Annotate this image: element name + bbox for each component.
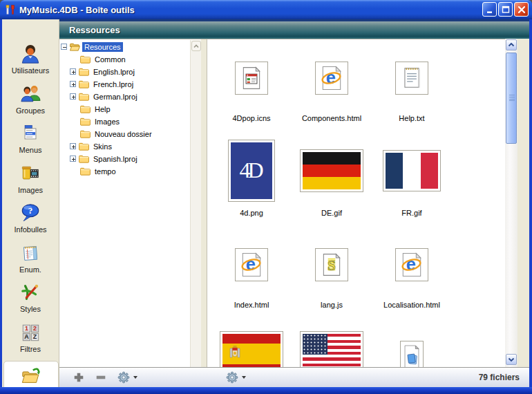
tree-item-english-lproj[interactable]: English.lproj: [70, 66, 137, 77]
file-item-help-txt[interactable]: Help.txt: [372, 62, 452, 122]
close-button[interactable]: [514, 2, 529, 17]
window-title: MyMusic.4DB - Boîte outils: [19, 5, 135, 15]
sidebar-item-styles[interactable]: Styles: [2, 282, 59, 313]
bottom-toolbar: 79 fichiers: [59, 367, 529, 387]
options-menu-button[interactable]: [226, 371, 246, 384]
file-item-spanish-flag[interactable]: [211, 330, 292, 367]
open-folder-arrow-icon: [21, 366, 41, 386]
tree-item-common[interactable]: Common: [70, 53, 128, 65]
tree-item-spanish-lproj[interactable]: Spanish.lproj: [70, 153, 140, 165]
menu-list-icon: [20, 123, 41, 144]
file-item-document[interactable]: [372, 330, 452, 367]
minimize-button[interactable]: [482, 2, 497, 17]
folder-icon: [80, 104, 91, 113]
filter-grid-icon: 1 2 A Z: [20, 322, 41, 343]
maximize-button[interactable]: [498, 2, 513, 17]
folder-icon: [79, 154, 89, 163]
file-item-de-gif[interactable]: DE.gif: [292, 138, 372, 217]
open-folder-icon: [70, 42, 80, 51]
file-thumbnail: [395, 248, 428, 281]
scrollbar-thumb[interactable]: [506, 53, 517, 144]
add-button[interactable]: [73, 372, 84, 383]
file-item-localisation-html[interactable]: Localisation.html: [372, 248, 452, 309]
file-grid: 4Dpop.icns Components.html Help.txt 4D: [207, 39, 505, 367]
file-item-lang-js[interactable]: lang.js: [292, 248, 372, 309]
sidebar-item-infobulles[interactable]: ? Infobulles: [2, 203, 59, 234]
file-count: 79 fichiers: [479, 373, 529, 382]
tree-item-label[interactable]: Resources: [82, 42, 123, 52]
grid-scrollbar[interactable]: [505, 39, 517, 367]
sidebar-item-images[interactable]: Images: [2, 163, 59, 194]
tree-item-label[interactable]: Common: [93, 55, 128, 64]
sidebar-item-utilisateurs[interactable]: Utilisateurs: [2, 44, 59, 75]
tree-item-tempo[interactable]: tempo: [70, 165, 118, 177]
file-item-4d-png[interactable]: 4D 4d.png: [211, 138, 292, 217]
sidebar-item-menus[interactable]: Menus: [2, 123, 59, 154]
expand-icon[interactable]: [70, 81, 76, 87]
tree-item-images[interactable]: Images: [70, 115, 122, 127]
sidebar-item-filtres[interactable]: 1 2 A Z Filtres: [2, 322, 59, 353]
expand-icon[interactable]: [70, 143, 76, 149]
notepad-icon: [20, 243, 41, 263]
folder-tree: Resources Common English.lproj French.lp…: [59, 39, 207, 367]
title-bar[interactable]: MyMusic.4DB - Boîte outils: [0, 0, 532, 19]
file-thumbnail: [220, 331, 283, 367]
file-item-components-html[interactable]: Components.html: [292, 62, 372, 122]
svg-text:A: A: [24, 333, 29, 340]
tree-item-label[interactable]: French.lproj: [91, 79, 135, 89]
sidebar-item-enum[interactable]: Enum.: [2, 243, 59, 274]
sidebar-item-groupes[interactable]: Groupes: [2, 84, 59, 115]
help-balloon-icon: ?: [20, 203, 41, 223]
file-name: FR.gif: [401, 209, 421, 217]
french-flag-image: [386, 153, 438, 189]
expand-icon[interactable]: [70, 68, 76, 75]
expand-icon[interactable]: [70, 156, 76, 162]
tree-scrollbar[interactable]: [190, 40, 201, 367]
file-thumbnail: [395, 62, 428, 95]
file-item-4dpop-icns[interactable]: 4Dpop.icns: [211, 62, 292, 122]
user-icon: [20, 44, 41, 64]
sidebar: Utilisateurs Groupes Menus: [2, 19, 59, 387]
folder-icon: [80, 167, 91, 176]
scroll-up-button[interactable]: [191, 41, 201, 51]
file-item-fr-gif[interactable]: FR.gif: [372, 138, 452, 217]
remove-button[interactable]: [95, 372, 106, 383]
tree-item-label[interactable]: Images: [93, 117, 122, 126]
tree-item-nouveau-dossier[interactable]: Nouveau dossier: [70, 128, 154, 140]
file-item-us-flag[interactable]: [292, 330, 372, 367]
dropdown-arrow-icon: [133, 376, 137, 379]
sidebar-item-label: Enum.: [19, 265, 41, 274]
svg-text:?: ?: [28, 205, 33, 216]
collapse-icon[interactable]: [61, 44, 67, 50]
folder-icon: [80, 117, 91, 126]
tree-item-label[interactable]: tempo: [93, 167, 118, 176]
tree-item-german-lproj[interactable]: German.lproj: [70, 91, 140, 102]
tree-item-label[interactable]: English.lproj: [91, 67, 137, 77]
js-file-icon: [319, 252, 344, 277]
film-roll-icon: [20, 163, 41, 184]
chevron-down-icon: [508, 357, 515, 362]
action-menu-button[interactable]: [117, 371, 137, 384]
file-item-index-html[interactable]: Index.html: [211, 248, 292, 309]
tree-item-help[interactable]: Help: [70, 103, 113, 115]
tree-item-resources[interactable]: Resources: [61, 41, 123, 53]
scroll-up-button[interactable]: [506, 39, 517, 50]
tree-item-skins[interactable]: Skins: [70, 140, 114, 152]
sidebar-item-label: Menus: [19, 146, 41, 154]
right-margin-strip: [517, 39, 529, 367]
scroll-down-button[interactable]: [506, 354, 517, 365]
tree-item-label[interactable]: Spanish.lproj: [91, 154, 140, 164]
sidebar-item-label: Groupes: [16, 106, 45, 115]
tree-item-french-lproj[interactable]: French.lproj: [70, 78, 135, 90]
minimize-icon: [485, 5, 495, 15]
file-thumbnail: [315, 62, 348, 95]
folder-icon: [79, 92, 89, 101]
tree-item-label[interactable]: German.lproj: [91, 92, 140, 102]
folder-icon: [79, 79, 89, 88]
tree-item-label[interactable]: Nouveau dossier: [93, 129, 154, 139]
expand-icon[interactable]: [70, 93, 76, 100]
folder-icon: [80, 129, 91, 138]
chevron-up-icon: [193, 44, 200, 49]
tree-item-label[interactable]: Help: [93, 104, 113, 114]
tree-item-label[interactable]: Skins: [91, 142, 114, 151]
